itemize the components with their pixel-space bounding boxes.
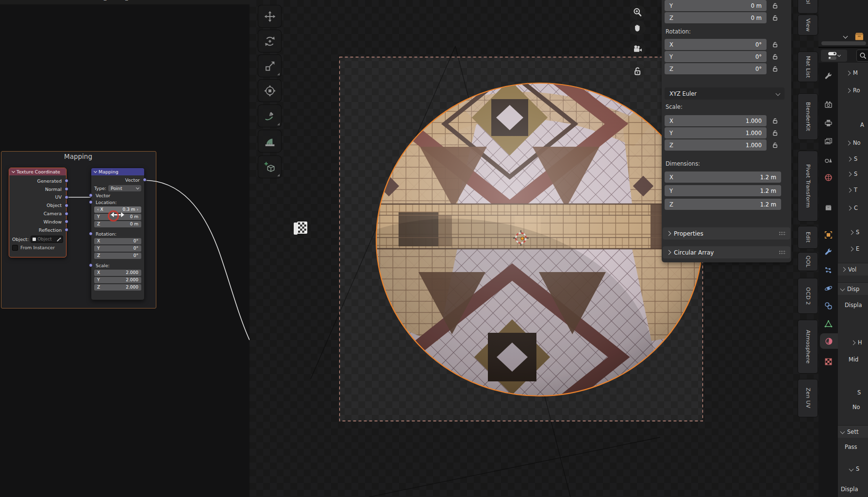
scrollbar[interactable] xyxy=(821,41,866,45)
properties-tab-collection[interactable] xyxy=(818,200,838,215)
properties-tab-view-layer[interactable] xyxy=(818,134,838,149)
vector-input-row[interactable]: Vector xyxy=(91,192,144,199)
panel-row-fragment[interactable]: T xyxy=(838,185,868,195)
gizmo-button-pan-hand[interactable] xyxy=(630,20,646,35)
panel-row-fragment[interactable]: M xyxy=(838,68,868,78)
node-mapping[interactable]: Mapping Vector Type: Point Vector Locati… xyxy=(91,168,145,300)
scale-z-field[interactable]: Z2.000 xyxy=(94,284,141,291)
panel-row-fragment[interactable]: Sett xyxy=(838,425,868,438)
gizmo-button-zoom[interactable] xyxy=(630,5,646,20)
sidebar-tab[interactable]: Atmosphere xyxy=(798,320,818,374)
sidebar-tab[interactable]: BlenderKit xyxy=(798,93,818,140)
output-socket-row[interactable]: Camera xyxy=(9,209,66,218)
location-z-field[interactable]: Z0 m xyxy=(665,12,767,23)
section-circular-array[interactable]: Circular Array xyxy=(663,246,790,258)
properties-tab-world[interactable] xyxy=(818,170,838,185)
rotation-x-field[interactable]: X0° xyxy=(94,238,141,245)
drag-grip-icon[interactable] xyxy=(779,231,786,236)
breadcrumb[interactable]: Sphere Sphere Rust_marble_04 xyxy=(7,0,134,0)
location-x-field[interactable]: ‹ X 0.3 m › xyxy=(94,206,141,213)
panel-row-fragment[interactable]: No xyxy=(838,402,868,412)
panel-row-fragment[interactable]: S xyxy=(838,387,868,398)
panel-row-fragment[interactable]: S xyxy=(838,169,868,179)
output-socket-row[interactable]: Normal xyxy=(9,185,66,193)
scale-y-field[interactable]: Y2.000 xyxy=(94,277,141,284)
properties-tab-physics[interactable] xyxy=(818,280,838,296)
location-y-field[interactable]: Y0 m xyxy=(665,0,767,11)
output-socket-row[interactable]: Window xyxy=(9,218,66,226)
lock-icon[interactable] xyxy=(770,63,780,74)
lock-icon[interactable] xyxy=(770,0,780,11)
panel-row-fragment[interactable]: C xyxy=(838,203,868,213)
scale-x-field[interactable]: X2.000 xyxy=(94,270,141,276)
sidebar-tab[interactable]: Mat List xyxy=(798,51,818,82)
properties-tab-modifiers[interactable] xyxy=(818,244,838,260)
rotation-x-field[interactable]: X0° xyxy=(665,39,767,50)
shader-editor[interactable]: Sphere Sphere Rust_marble_04 Mapping Tex… xyxy=(0,0,250,497)
location-z-field[interactable]: Z0 m xyxy=(94,221,141,228)
properties-tab-particles[interactable] xyxy=(818,262,838,278)
node-header[interactable]: Texture Coordinate xyxy=(9,168,66,175)
lock-icon[interactable] xyxy=(770,39,780,50)
rotation-z-field[interactable]: Z0° xyxy=(665,63,767,74)
properties-tab-tool[interactable] xyxy=(818,69,838,84)
rotation-y-field[interactable]: Y0° xyxy=(94,245,141,252)
rotation-y-field[interactable]: Y0° xyxy=(665,51,767,62)
type-dropdown[interactable]: Point xyxy=(108,185,141,191)
collection-icon[interactable] xyxy=(853,31,865,42)
location-y-field[interactable]: Y0 m xyxy=(94,214,141,221)
sidebar-tab[interactable]: View xyxy=(798,15,818,35)
search-input[interactable] xyxy=(856,50,868,62)
output-socket-row[interactable]: UV xyxy=(9,193,66,202)
from-instancer-checkbox[interactable] xyxy=(12,245,18,251)
panel-row-fragment[interactable]: H xyxy=(838,337,868,348)
collapse-icon[interactable] xyxy=(94,170,97,173)
panel-row-fragment[interactable]: A xyxy=(838,120,868,130)
object-picker[interactable]: Object xyxy=(31,236,63,243)
chevron-down-icon[interactable] xyxy=(843,34,848,39)
properties-tab-render[interactable] xyxy=(818,97,838,112)
gizmo-button-lock-view[interactable] xyxy=(630,64,646,79)
scale-x-field[interactable]: X1.000 xyxy=(665,115,767,126)
properties-tab-material[interactable] xyxy=(820,333,838,349)
properties-tab-texture[interactable] xyxy=(818,354,838,369)
drag-grip-icon[interactable] xyxy=(779,250,786,255)
panel-row-fragment[interactable]: E xyxy=(838,243,868,254)
panel-row-fragment[interactable]: Displa xyxy=(838,300,868,310)
dimension-x-field[interactable]: X1.2 m xyxy=(665,171,781,183)
rotation-z-field[interactable]: Z0° xyxy=(94,253,141,259)
sidebar-tab[interactable]: Edit xyxy=(798,226,818,249)
node-texture-coordinate[interactable]: Texture Coordinate Generated Normal UV O… xyxy=(9,168,67,257)
lock-icon[interactable] xyxy=(770,115,780,126)
rotation-mode-dropdown[interactable]: XYZ Euler xyxy=(665,87,785,100)
sidebar-tab[interactable]: OCD 2 xyxy=(798,278,818,314)
breadcrumb-object[interactable]: Sphere xyxy=(16,0,34,0)
properties-tab-output[interactable] xyxy=(818,115,838,131)
sidebar-tab[interactable]: Tool xyxy=(798,0,818,14)
eyedropper-icon[interactable] xyxy=(56,237,61,241)
breadcrumb-mesh[interactable]: Sphere xyxy=(54,0,73,0)
scale-z-field[interactable]: Z1.000 xyxy=(665,139,767,151)
gizmo-button-camera-view[interactable] xyxy=(630,42,646,57)
panel-row-fragment[interactable]: Pass xyxy=(838,442,868,452)
sidebar-tab[interactable]: QOL xyxy=(798,252,818,271)
output-socket-row[interactable]: Generated xyxy=(9,177,66,185)
panel-row-fragment[interactable]: Ro xyxy=(838,85,868,96)
section-properties[interactable]: Properties xyxy=(663,227,790,240)
dimension-y-field[interactable]: Y1.2 m xyxy=(665,185,781,196)
properties-tab-constraints[interactable] xyxy=(818,298,838,313)
lock-icon[interactable] xyxy=(770,139,780,151)
panel-row-fragment[interactable]: No xyxy=(838,137,868,148)
properties-tab-object-data[interactable] xyxy=(818,316,838,331)
panel-row-fragment[interactable]: Mid xyxy=(838,354,868,365)
sidebar-tab[interactable]: Pivot Transform xyxy=(798,151,818,222)
breadcrumb-material[interactable]: Rust_marble_04 xyxy=(92,0,135,0)
properties-tab-scene[interactable] xyxy=(818,152,838,167)
panel-row-fragment[interactable]: Vol xyxy=(838,263,868,275)
scale-y-field[interactable]: Y1.000 xyxy=(665,127,767,138)
panel-row-fragment[interactable]: S xyxy=(838,463,868,474)
panel-row-fragment[interactable]: Disp xyxy=(838,282,868,295)
collapse-icon[interactable] xyxy=(12,170,15,173)
lock-icon[interactable] xyxy=(770,12,780,23)
node-header[interactable]: Mapping xyxy=(91,168,144,175)
